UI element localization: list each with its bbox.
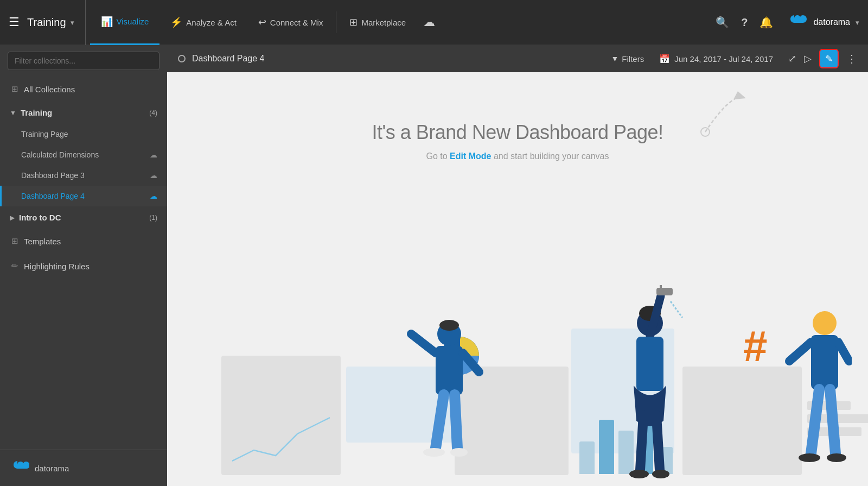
svg-line-28 [656, 415, 660, 470]
illustration-area: # [167, 280, 868, 486]
salesforce-footer-logo [10, 461, 29, 475]
figure-middle [612, 285, 693, 486]
nav-item-analyze[interactable]: ⚡ Analyze & Act [159, 0, 247, 45]
training-count-badge: (4) [149, 109, 157, 117]
sidebar-sub-item-dashboard-page-4[interactable]: Dashboard Page 4 ☁ [0, 186, 167, 206]
sidebar-item-templates[interactable]: ⊞ Templates [0, 229, 167, 254]
salesforce-logo [785, 14, 808, 30]
dash4-icon: ☁ [150, 192, 157, 200]
svg-line-15 [789, 342, 811, 361]
svg-line-17 [811, 389, 819, 453]
svg-text:#: # [743, 322, 768, 370]
content-header: Dashboard Page 4 ▼ Filters 📅 Jun 24, 201… [167, 45, 868, 72]
page-status-dot [178, 55, 186, 62]
nav-cloud-icon[interactable]: ☁ [417, 0, 442, 45]
expand-icon[interactable]: ⤢ [788, 53, 796, 65]
edit-mode-link[interactable]: Edit Mode [450, 152, 491, 161]
subtitle-pre: Go to [426, 152, 450, 161]
hamburger-icon[interactable]: ☰ [9, 15, 20, 29]
all-collections-label: All Collections [24, 85, 75, 94]
empty-subtitle: Go to Edit Mode and start building your … [426, 152, 609, 161]
training-chevron-icon: ▼ [10, 109, 16, 117]
all-collections-icon: ⊞ [11, 84, 18, 94]
templates-icon: ⊞ [11, 236, 18, 246]
empty-title: It's a Brand New Dashboard Page! [372, 121, 663, 144]
training-section-label: Training [21, 108, 145, 117]
user-chevron: ▾ [856, 18, 859, 27]
more-icon[interactable]: ⋮ [846, 52, 857, 65]
svg-rect-26 [636, 337, 663, 391]
svg-point-11 [450, 448, 468, 457]
nav-item-connect[interactable]: ↩ Connect & Mix [247, 0, 334, 45]
date-range-button[interactable]: 📅 Jun 24, 2017 - Jul 24, 2017 [659, 54, 773, 64]
sidebar-footer: datorama [0, 450, 167, 486]
footer-brand-text: datorama [35, 464, 69, 473]
training-section-header[interactable]: ▼ Training (4) [0, 102, 167, 124]
user-profile[interactable]: datorama ▾ [785, 14, 859, 30]
brand-name: Training [27, 16, 66, 29]
svg-line-8 [436, 395, 444, 448]
intro-count-badge: (1) [149, 214, 157, 222]
sidebar-sub-item-training-page[interactable]: Training Page [0, 124, 167, 144]
analyze-icon: ⚡ [170, 16, 182, 28]
svg-rect-24 [656, 288, 673, 295]
play-icon[interactable]: ▷ [804, 53, 812, 65]
nav-visualize-label: Visualize [117, 17, 149, 26]
nav-item-marketplace[interactable]: ⊞ Marketplace [339, 0, 417, 45]
calc-dim-icon: ☁ [150, 150, 157, 159]
highlighting-icon: ✏ [11, 261, 18, 271]
search-icon[interactable]: 🔍 [716, 16, 729, 29]
dash3-label: Dashboard Page 3 [21, 171, 145, 180]
intro-chevron-icon: ▶ [10, 214, 15, 222]
svg-line-27 [640, 415, 643, 470]
dash3-icon: ☁ [150, 171, 157, 180]
filters-label: Filters [622, 54, 644, 64]
filters-button[interactable]: ▼ Filters [611, 54, 644, 64]
visualize-icon: 📊 [101, 16, 113, 28]
brand-chevron: ▾ [71, 18, 74, 27]
nav-brand[interactable]: Training ▾ [27, 0, 86, 45]
sidebar-sub-item-dashboard-page-3[interactable]: Dashboard Page 3 ☁ [0, 165, 167, 186]
intro-section-header[interactable]: ▶ Intro to DC (1) [0, 206, 167, 229]
marketplace-icon: ⊞ [349, 16, 358, 28]
svg-point-19 [799, 453, 820, 462]
figure-right: # [743, 285, 852, 486]
highlighting-label: Highlighting Rules [24, 262, 90, 271]
templates-label: Templates [24, 237, 61, 246]
svg-marker-0 [733, 91, 746, 99]
nav-divider [336, 11, 336, 33]
dash4-label: Dashboard Page 4 [21, 192, 145, 200]
help-icon[interactable]: ? [741, 16, 748, 29]
svg-point-13 [813, 311, 837, 335]
dashboard-empty-state: It's a Brand New Dashboard Page! Go to E… [167, 72, 868, 486]
sidebar-item-all-collections[interactable]: ⊞ All Collections [0, 77, 167, 102]
svg-line-9 [455, 395, 457, 448]
search-input[interactable] [8, 52, 159, 70]
connect-icon: ↩ [258, 16, 266, 28]
page-title: Dashboard Page 4 [192, 54, 264, 64]
svg-line-16 [838, 342, 849, 361]
training-page-label: Training Page [21, 130, 68, 138]
intro-section-label: Intro to DC [19, 213, 145, 222]
arrow-decoration [694, 89, 749, 145]
notification-icon[interactable]: 🔔 [760, 16, 773, 29]
svg-line-31 [671, 301, 682, 318]
sidebar-sub-item-calculated-dimensions[interactable]: Calculated Dimensions ☁ [0, 144, 167, 165]
svg-point-10 [423, 448, 445, 457]
svg-point-4 [439, 320, 459, 331]
svg-point-30 [652, 470, 669, 478]
brand-datorama: datorama [813, 17, 850, 27]
edit-button[interactable]: ✎ [819, 49, 839, 68]
calendar-icon: 📅 [659, 54, 670, 64]
nav-analyze-label: Analyze & Act [186, 18, 237, 27]
nav-item-visualize[interactable]: 📊 Visualize [90, 0, 160, 45]
svg-point-20 [827, 453, 846, 462]
svg-line-7 [463, 353, 479, 372]
nav-connect-label: Connect & Mix [270, 18, 323, 27]
svg-point-29 [629, 470, 649, 478]
sidebar-item-highlighting[interactable]: ✏ Highlighting Rules [0, 254, 167, 279]
nav-marketplace-label: Marketplace [361, 18, 406, 27]
subtitle-post: and start building your canvas [492, 152, 609, 161]
svg-line-6 [411, 334, 436, 353]
calc-dim-label: Calculated Dimensions [21, 150, 145, 159]
